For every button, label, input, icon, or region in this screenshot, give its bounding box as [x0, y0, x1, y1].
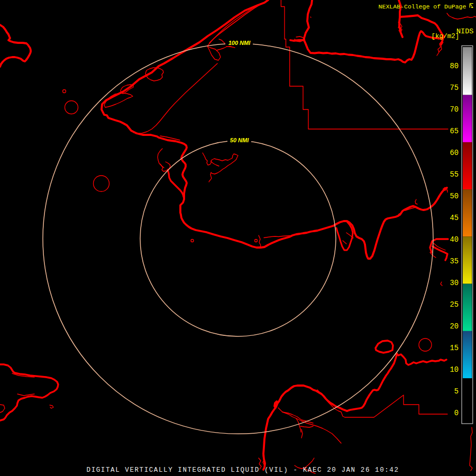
- svg-text:35: 35: [450, 258, 459, 266]
- svg-text:50 NMI: 50 NMI: [230, 137, 249, 143]
- svg-text:40: 40: [450, 236, 459, 244]
- svg-text:DIGITAL VERTICALLY INTEGRATED: DIGITAL VERTICALLY INTEGRATED LIQUID (VI…: [87, 466, 399, 474]
- svg-text:[kg/m2]: [kg/m2]: [432, 33, 460, 40]
- svg-text:80: 80: [450, 62, 459, 70]
- svg-text:25: 25: [450, 301, 459, 309]
- svg-text:100 NMI: 100 NMI: [228, 40, 251, 46]
- svg-text:10: 10: [450, 366, 459, 374]
- svg-text:5: 5: [454, 388, 459, 396]
- svg-text:55: 55: [450, 171, 459, 179]
- svg-text:NEXLAB-College of DuPage: NEXLAB-College of DuPage: [379, 3, 466, 10]
- svg-text:75: 75: [450, 84, 459, 92]
- svg-text:50: 50: [450, 193, 459, 200]
- svg-text:45: 45: [450, 214, 459, 222]
- svg-text:15: 15: [450, 344, 459, 352]
- svg-text:65: 65: [450, 127, 459, 135]
- svg-text:60: 60: [450, 149, 459, 157]
- svg-text:30: 30: [450, 279, 459, 287]
- svg-text:70: 70: [450, 106, 459, 114]
- svg-text:0: 0: [454, 409, 459, 417]
- svg-text:20: 20: [450, 323, 459, 331]
